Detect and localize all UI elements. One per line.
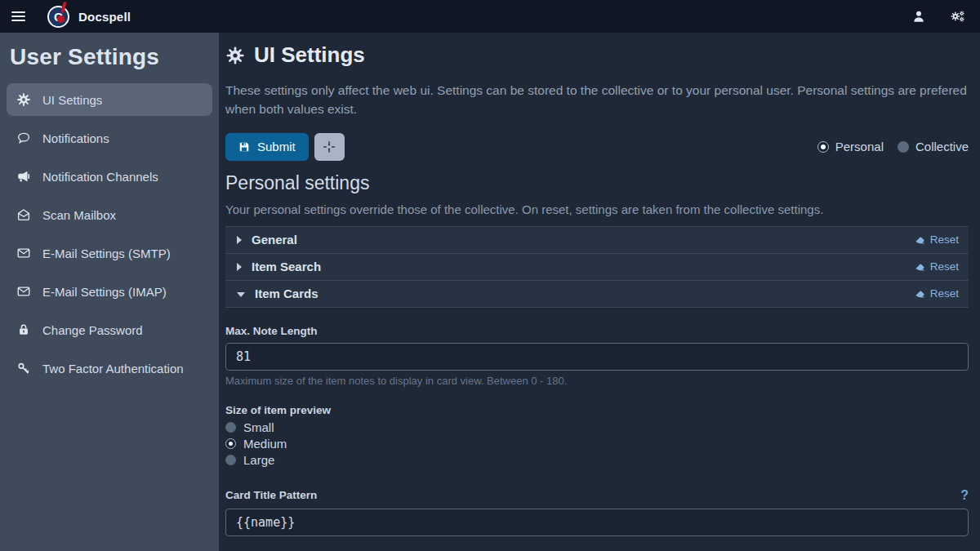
scope-selector: Personal Collective xyxy=(817,140,969,153)
max-note-length-field: Max. Note Length Maximum size of the ite… xyxy=(225,325,969,387)
reset-general-link[interactable]: Reset xyxy=(915,233,959,246)
accordion-item-cards[interactable]: Item Cards Reset xyxy=(225,281,969,308)
card-title-pattern-field: Card Title Pattern ? xyxy=(225,488,969,536)
sidebar-item-label: Notifications xyxy=(42,131,109,145)
sidebar-item-scan-mailbox[interactable]: Scan Mailbox xyxy=(7,198,212,231)
sidebar-item-two-factor[interactable]: Two Factor Authentication xyxy=(7,352,212,384)
sidebar-item-email-smtp[interactable]: E-Mail Settings (SMTP) xyxy=(7,237,212,269)
radio-off-icon xyxy=(225,455,236,465)
lock-icon xyxy=(16,322,31,337)
sidebar-item-notifications[interactable]: Notifications xyxy=(7,122,212,154)
save-icon xyxy=(238,141,250,153)
top-navbar: C Docspell xyxy=(0,0,980,33)
eraser-icon xyxy=(915,288,925,299)
radio-off-icon xyxy=(898,141,909,153)
sidebar-item-label: Notification Channels xyxy=(42,170,158,184)
preview-size-field: Size of item preview Small Medium Large xyxy=(225,404,969,469)
section-title: Personal settings xyxy=(225,172,969,194)
accordion-general[interactable]: General Reset xyxy=(225,227,969,254)
accordion-item-search[interactable]: Item Search Reset xyxy=(225,254,969,281)
eraser-icon xyxy=(915,261,925,272)
envelope-icon xyxy=(16,284,31,299)
sidebar-item-label: Scan Mailbox xyxy=(42,208,116,222)
sidebar-title: User Settings xyxy=(7,41,212,83)
radio-on-icon xyxy=(817,141,829,153)
item-cards-form: Max. Note Length Maximum size of the ite… xyxy=(225,325,969,551)
settings-accordion: General Reset Item Search Reset Item Car… xyxy=(225,226,969,308)
page-title: UI Settings xyxy=(225,42,969,68)
section-description: Your personal settings override those of… xyxy=(225,202,969,216)
submit-button[interactable]: Submit xyxy=(225,133,309,161)
reset-item-cards-link[interactable]: Reset xyxy=(915,287,959,300)
card-title-pattern-input[interactable] xyxy=(225,509,969,536)
caret-down-icon xyxy=(237,292,245,297)
gear-icon xyxy=(16,92,31,107)
sidebar-item-label: Change Password xyxy=(42,323,143,337)
field-help: Maximum size of the item notes to displa… xyxy=(225,375,969,387)
caret-right-icon xyxy=(237,236,242,244)
field-label: Max. Note Length xyxy=(225,325,969,337)
preview-size-small-radio[interactable]: Small xyxy=(225,420,969,436)
settings-sidebar: User Settings UI Settings Notifications … xyxy=(0,33,219,551)
collapse-all-button[interactable] xyxy=(314,133,345,161)
gears-icon[interactable] xyxy=(949,9,965,24)
brand-name: Docspell xyxy=(78,10,131,24)
scope-personal-radio[interactable]: Personal xyxy=(817,140,884,153)
sidebar-item-label: UI Settings xyxy=(42,93,102,107)
sidebar-item-ui-settings[interactable]: UI Settings xyxy=(7,83,212,116)
radio-on-icon xyxy=(225,438,236,449)
eraser-icon xyxy=(915,234,925,245)
toolbar: Submit Personal Collective xyxy=(225,133,969,161)
caret-right-icon xyxy=(237,263,242,271)
max-note-length-input[interactable] xyxy=(225,343,969,371)
field-label: Card Title Pattern xyxy=(225,489,317,501)
main-content: UI Settings These settings only affect t… xyxy=(219,33,980,551)
sidebar-item-notification-channels[interactable]: Notification Channels xyxy=(7,160,212,193)
user-icon[interactable] xyxy=(911,9,926,24)
docspell-logo: C xyxy=(47,6,69,28)
sidebar-item-label: E-Mail Settings (SMTP) xyxy=(42,247,171,260)
menu-icon[interactable] xyxy=(0,0,36,33)
help-icon[interactable]: ? xyxy=(960,488,969,503)
reset-item-search-link[interactable]: Reset xyxy=(915,260,959,273)
radio-off-icon xyxy=(225,422,236,433)
sidebar-item-label: Two Factor Authentication xyxy=(42,362,184,375)
compress-icon xyxy=(323,140,336,153)
sidebar-item-change-password[interactable]: Change Password xyxy=(7,313,212,346)
key-icon xyxy=(16,361,31,375)
preview-size-large-radio[interactable]: Large xyxy=(225,452,969,469)
envelope-open-icon xyxy=(16,207,31,222)
scope-collective-radio[interactable]: Collective xyxy=(898,140,969,153)
preview-size-medium-radio[interactable]: Medium xyxy=(225,436,969,452)
field-label: Size of item preview xyxy=(225,404,969,416)
sidebar-item-email-imap[interactable]: E-Mail Settings (IMAP) xyxy=(7,275,212,308)
bullhorn-icon xyxy=(16,169,31,184)
gear-icon xyxy=(225,46,245,65)
comment-icon xyxy=(16,131,31,145)
sidebar-item-label: E-Mail Settings (IMAP) xyxy=(42,285,167,299)
envelope-icon xyxy=(16,246,31,260)
page-description: These settings only affect the web ui. S… xyxy=(225,81,969,119)
